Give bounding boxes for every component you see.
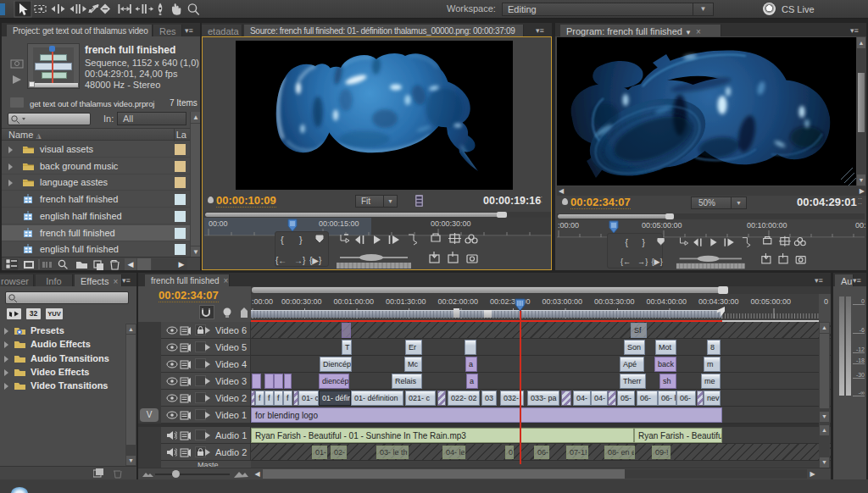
svg-text:}: } bbox=[643, 238, 646, 247]
svg-text:→}: →} bbox=[637, 258, 648, 266]
svg-text:}: } bbox=[299, 235, 303, 245]
svg-text:{: { bbox=[281, 235, 284, 245]
svg-text:{: { bbox=[625, 238, 628, 247]
svg-text:{▶}: {▶} bbox=[652, 258, 663, 266]
svg-text:{▶}: {▶} bbox=[309, 256, 322, 265]
svg-text:{←: {← bbox=[620, 258, 631, 266]
svg-text:→}: →} bbox=[294, 256, 306, 265]
svg-text:{←: {← bbox=[275, 256, 287, 265]
